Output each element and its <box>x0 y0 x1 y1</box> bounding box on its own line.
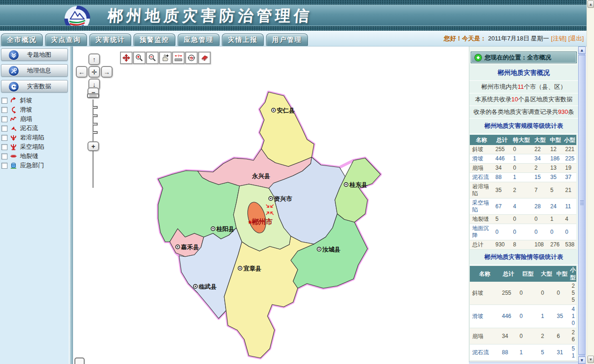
exit-link[interactable]: [退出] <box>568 34 584 43</box>
landslide-icon <box>10 106 17 113</box>
zoom-in-button[interactable]: + <box>87 141 99 151</box>
value-cell: 446 <box>493 154 511 164</box>
value-cell: 88 <box>500 344 517 361</box>
value-cell: 37 <box>563 173 576 182</box>
column-header: 总计 <box>500 266 517 282</box>
table-row-泥石流: 泥石流881153537 <box>470 173 576 182</box>
zoom-in-tool[interactable] <box>133 52 146 64</box>
panel-scroll-down-button[interactable]: ▼ <box>578 357 586 364</box>
overview-line-pre: 收录的各类地质灾害调查记录共 <box>474 108 558 115</box>
layer-checkbox[interactable] <box>1 126 7 132</box>
district-安仁县[interactable] <box>260 92 314 166</box>
zoom-slider-thumb[interactable] <box>87 93 99 98</box>
panel-horizontal-scrollbar[interactable] <box>469 362 578 364</box>
value-cell: 5 <box>539 344 554 361</box>
page-scrollbar[interactable]: ▲ ▼ <box>587 0 594 364</box>
value-cell: 8 <box>511 240 532 250</box>
scale-tool[interactable]: S <box>185 52 198 64</box>
panel-scroll-grip <box>580 200 584 206</box>
page-scroll-down-button[interactable]: ▼ <box>587 356 594 363</box>
value-cell: 35 <box>493 182 511 199</box>
county-seat-dot-icon <box>346 184 347 185</box>
karst-collapse-icon <box>10 134 18 141</box>
district-label-郴州市[interactable]: ★郴州市 <box>247 218 273 226</box>
value-cell: 0 <box>511 224 532 240</box>
district-map[interactable]: 安仁县永兴县资兴市桂东县★郴州市桂阳县嘉禾县汝城县宜章县临武县 <box>154 88 386 364</box>
layer-checkbox[interactable] <box>1 116 7 122</box>
nav-tab-6[interactable]: 灾情上报 <box>222 33 264 46</box>
value-cell: 12 <box>548 145 563 154</box>
panel-scroll-thumb[interactable] <box>578 55 586 355</box>
layer-row-5: 岩溶塌陷 <box>1 133 69 142</box>
pan-tool[interactable] <box>120 52 133 64</box>
layer-checkbox[interactable] <box>1 135 7 141</box>
zoom-slider-tick <box>93 131 98 134</box>
sidebar-splitter[interactable] <box>69 46 73 364</box>
nav-tab-1[interactable]: 全市概况 <box>1 33 43 46</box>
zoom-out-tool[interactable] <box>146 52 159 64</box>
identify-tool[interactable] <box>159 52 172 64</box>
layer-checkbox[interactable] <box>1 153 7 159</box>
nav-tab-5[interactable]: 应急管理 <box>178 33 220 46</box>
column-header: 巨型 <box>517 266 539 282</box>
value-cell: 5 <box>493 215 511 224</box>
greeting-bar: 您好！今天是： 2011年7月18日 星期一 [注销] [退出] <box>444 31 584 46</box>
logout-link[interactable]: [注销] <box>551 34 567 43</box>
layer-label: 地裂缝 <box>20 152 38 160</box>
layer-row-4: 泥石流 <box>1 124 69 133</box>
value-cell: 24 <box>548 199 563 215</box>
map-area[interactable]: ↑←✛→↓ −+ ?S 安仁县永兴县资兴市桂东县★郴州市桂阳县嘉禾县汝城县宜章县… <box>73 46 469 364</box>
value-cell: 34 <box>532 154 548 164</box>
layer-label: 应急部门 <box>20 161 44 170</box>
layer-checkbox[interactable] <box>1 144 7 150</box>
row-name-cell: 斜坡 <box>470 282 500 305</box>
county-seat-dot-icon <box>273 110 274 111</box>
district-name-text: 临武县 <box>199 283 217 290</box>
table-row-斜坡: 斜坡25502212221 <box>470 145 576 154</box>
value-cell: 35 <box>548 173 563 182</box>
measure-tool[interactable]: ? <box>172 52 185 64</box>
right-panel: 您现在的位置：全市概况 郴州地质灾害概况 郴州市境内共11个市（县、区）本系统共… <box>469 46 578 364</box>
nav-tab-2[interactable]: 灾点查询 <box>45 33 87 46</box>
sidebar-panel-3[interactable]: 灾害数据 <box>1 80 68 93</box>
panel-scrollbar[interactable]: ▲ ▼ <box>578 46 586 364</box>
tools-icon <box>10 67 18 75</box>
slope-icon <box>10 97 17 104</box>
collapse-icon <box>10 115 17 123</box>
layer-checkbox[interactable] <box>1 107 7 113</box>
district-name-text: 桂东县 <box>349 181 367 188</box>
collapse-icon <box>10 115 18 123</box>
sidebar-panel-2[interactable]: 地理信息 <box>1 64 68 77</box>
nav-tabs: 全市概况灾点查询灾害统计预警监控应急管理灾情上报用户管理 <box>1 33 308 46</box>
slope-icon <box>10 97 18 104</box>
value-cell: 0 <box>511 215 532 224</box>
table-row-崩塌: 崩塌34021319 <box>470 164 576 173</box>
value-cell: 6 <box>554 328 569 344</box>
nav-tab-4[interactable]: 预警监控 <box>133 33 175 46</box>
row-name-cell: 滑坡 <box>470 154 493 164</box>
svg-text:?: ? <box>178 54 180 58</box>
sidebar-panel-1[interactable]: 专题地图 <box>1 48 68 61</box>
banner-band: 郴州地质灾害防治管理信息系统 <box>0 5 594 26</box>
clear-tool[interactable] <box>198 52 211 64</box>
layer-checkbox[interactable] <box>1 163 7 169</box>
svg-text:S: S <box>190 55 193 60</box>
row-name-cell: 泥石流 <box>470 173 493 182</box>
district-name-text: 永兴县 <box>252 172 270 179</box>
value-cell: 108 <box>532 240 548 250</box>
nav-tab-3[interactable]: 灾害统计 <box>89 33 131 46</box>
value-cell: 15 <box>532 173 548 182</box>
nav-tab-7[interactable]: 用户管理 <box>266 33 308 46</box>
overview-line-number: 930 <box>558 108 568 115</box>
overview-line-2: 本系统共收录10个县区地质灾害数据 <box>469 93 578 106</box>
layer-checkbox[interactable] <box>1 98 7 104</box>
identify-tool-glyph <box>161 54 169 62</box>
overview-map-toggle-button[interactable] <box>74 357 85 364</box>
value-cell: 31 <box>554 344 569 361</box>
district-label-永兴县[interactable]: 永兴县 <box>252 172 270 179</box>
panel-scroll-up-button[interactable]: ▲ <box>578 46 586 54</box>
value-cell: 276 <box>548 240 563 250</box>
zoom-in-tool-glyph <box>135 54 143 62</box>
value-cell: 51 <box>569 344 576 361</box>
page-scroll-up-button[interactable]: ▲ <box>587 0 594 8</box>
